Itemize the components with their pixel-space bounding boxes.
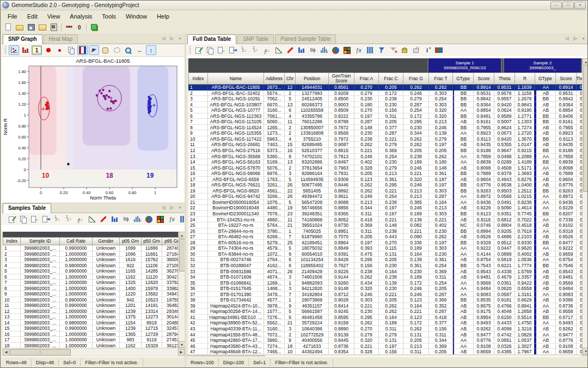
table-row[interactable]: 45Hapmap42860-BTA-17...3960...9404005560… bbox=[188, 337, 582, 343]
table-row[interactable]: 37BTB-017013803478...7341928040.87120.24… bbox=[188, 292, 582, 298]
filter-icon[interactable] bbox=[376, 45, 387, 55]
table-row[interactable]: 63999802003_...1.0000000Unknown116211120… bbox=[3, 274, 178, 280]
table-row[interactable]: 26BTA-29644-no-rs3780...174050250.89510.… bbox=[188, 228, 582, 234]
column-header[interactable]: Index bbox=[188, 73, 208, 85]
tab-scroll-right-icon[interactable]: ▷ bbox=[169, 35, 175, 41]
panel-close-icon[interactable]: × bbox=[177, 35, 183, 41]
table-row[interactable]: 38BTB-017346424577...1290739690.90280.30… bbox=[188, 297, 582, 303]
histogram-mode-icon[interactable] bbox=[20, 45, 30, 55]
table-row[interactable]: 8ARS-BFGL-NGS-1145241265...21308500070.7… bbox=[188, 125, 582, 131]
table-row[interactable]: 83999802003_...1.0000000Unknown140015978… bbox=[3, 286, 178, 292]
table-row[interactable]: 42Hapmap38900-BTA-52...5562...2135729224… bbox=[188, 320, 582, 326]
report-icon[interactable] bbox=[48, 22, 59, 32]
table-row[interactable]: 46Hapmap43580-BTA-43...7274...1842716330… bbox=[188, 343, 582, 349]
edit-icon[interactable] bbox=[193, 45, 204, 55]
column-header[interactable]: GType bbox=[453, 73, 474, 85]
copy-icon[interactable] bbox=[18, 214, 28, 224]
sample-number-icon[interactable] bbox=[32, 45, 42, 55]
fit-height-icon[interactable] bbox=[146, 45, 156, 55]
tab-scroll-right-icon[interactable]: ▷ bbox=[572, 35, 578, 41]
table-row[interactable]: 39Hapmap24524-BTA-10...3978...9463511570… bbox=[188, 303, 582, 309]
panel-close-icon[interactable]: × bbox=[177, 204, 183, 210]
table-row[interactable]: 53999802003_...0.9900000Unknown116514285… bbox=[3, 268, 178, 274]
bar-chart-icon[interactable] bbox=[109, 214, 120, 224]
column-header[interactable]: p95 Grn bbox=[162, 237, 178, 245]
column-header[interactable]: Address bbox=[264, 73, 285, 85]
pointer-icon[interactable] bbox=[89, 45, 99, 55]
table-row[interactable]: 15ARS-BFGL-NGS-578705076...2378136540.79… bbox=[188, 165, 582, 171]
fx-icon[interactable] bbox=[353, 45, 364, 55]
table-row[interactable]: 32BTB-002880474162...61189554020.76270.1… bbox=[188, 263, 582, 269]
heatmap-icon[interactable] bbox=[342, 45, 352, 55]
pie-icon[interactable] bbox=[144, 214, 154, 224]
table-row[interactable]: 3ARS-BFGL-NGS-102917062...5245124050.850… bbox=[188, 96, 582, 102]
table-row[interactable]: 18ARS-BFGL-NGS-766213261...26508774950.8… bbox=[188, 182, 582, 188]
table-row[interactable]: 43999802003_...0.9800000Unknown922111062… bbox=[3, 263, 178, 269]
bar-chart-icon[interactable] bbox=[296, 45, 307, 55]
data-vscrollbar[interactable]: ▲ ▼ bbox=[582, 58, 588, 354]
table-row[interactable]: 28BTA-60516-no-rs5279...25421894510.8964… bbox=[188, 240, 582, 246]
filter-clear-icon[interactable] bbox=[388, 45, 398, 55]
column-header[interactable]: GType bbox=[535, 73, 556, 85]
column-header[interactable]: Score bbox=[474, 73, 494, 85]
table-row[interactable]: 29BTA-74304-no-rs4579...5180750320.88490… bbox=[188, 245, 582, 251]
column-header[interactable]: GenTrain Score bbox=[329, 73, 354, 85]
pie-icon[interactable] bbox=[330, 45, 341, 55]
sort-az-icon[interactable] bbox=[75, 214, 85, 224]
column-header[interactable]: Call Rate bbox=[60, 237, 93, 245]
tab-full-data-table[interactable]: Full Data Table bbox=[187, 34, 236, 44]
color-theme-icon[interactable] bbox=[77, 45, 88, 55]
column-header[interactable]: Sample ID bbox=[21, 237, 60, 245]
fx-icon[interactable] bbox=[167, 214, 177, 224]
table-row[interactable]: 36BTB-015176451468...3942128200.91480.32… bbox=[188, 286, 582, 292]
table-row[interactable]: 113999802003_...0.9900000Unknown12011419… bbox=[3, 303, 178, 309]
histogram-icon[interactable] bbox=[132, 214, 143, 224]
table-row[interactable]: 33BTB-009315864071...26214094290.92260.2… bbox=[188, 269, 582, 275]
minimize-button[interactable]: – bbox=[550, 2, 562, 9]
fit-width-icon[interactable] bbox=[134, 45, 145, 55]
table-row[interactable]: 41Hapmap34991-BES10_...7276...6464814580… bbox=[188, 315, 582, 321]
dot-small-icon[interactable] bbox=[54, 45, 65, 55]
table-row[interactable]: 22BovineHD19000160484480...19567466560.8… bbox=[188, 205, 582, 211]
table-row[interactable]: 4ARS-BFGL-NGS-1038076670...13602663730.9… bbox=[188, 102, 582, 108]
export-in-icon[interactable] bbox=[228, 45, 238, 55]
menu-view[interactable]: View bbox=[42, 11, 65, 21]
table-row[interactable]: 11ARS-BFGL-NGS-266817463...15826894850.9… bbox=[188, 142, 582, 148]
close-button[interactable]: × bbox=[574, 2, 586, 9]
table-row[interactable]: 47Hapmap48648-BTA-12...7465...1044362494… bbox=[188, 349, 582, 354]
tab-paired-sample-table[interactable]: Paired Sample Table bbox=[275, 34, 336, 44]
open-folder-icon[interactable] bbox=[14, 22, 24, 32]
new-project-folder-icon[interactable] bbox=[37, 22, 47, 32]
sort-desc-icon[interactable] bbox=[250, 45, 261, 55]
tab-snp-graph[interactable]: SNP Graph bbox=[3, 34, 42, 44]
marker-icon[interactable] bbox=[285, 45, 295, 55]
column-header[interactable]: R bbox=[515, 73, 535, 85]
column-header[interactable]: Name bbox=[208, 73, 264, 85]
table-row[interactable]: 35BTB-010868411269...1948820930.92600.43… bbox=[188, 280, 582, 286]
heatmap-icon[interactable] bbox=[155, 214, 166, 224]
marker-icon[interactable] bbox=[98, 214, 108, 224]
scroll-down-icon[interactable]: ▼ bbox=[583, 348, 588, 354]
copy-icon[interactable] bbox=[205, 45, 215, 55]
box-plot-icon[interactable] bbox=[121, 214, 131, 224]
histogram-icon[interactable] bbox=[319, 45, 329, 55]
scroll-left-icon[interactable]: ◀ bbox=[3, 349, 9, 355]
table-row[interactable]: 153999802003_...0.9900000Unknown12391271… bbox=[3, 325, 178, 331]
menu-tools[interactable]: Tools bbox=[97, 11, 121, 21]
column-header[interactable]: Chr bbox=[285, 73, 296, 85]
table-row[interactable]: 12ARS-BFGL-NGS-275165373...16525103770.8… bbox=[188, 148, 582, 154]
edit-icon[interactable] bbox=[7, 214, 17, 224]
table-row[interactable]: 9ARS-BFGL-NGS-1153551273...21338168080.8… bbox=[188, 130, 582, 136]
table-row[interactable]: 93999802003_...1.0000000Unknown122013582… bbox=[3, 291, 178, 297]
sort-asc-icon[interactable] bbox=[239, 45, 249, 55]
table-row[interactable]: 13ARS-BFGL-NGS-355695360...9747021010.78… bbox=[188, 154, 582, 160]
table-row[interactable]: 43Hapmap40339-BTA-11...3160...3106403860… bbox=[188, 326, 582, 332]
columns-icon[interactable] bbox=[365, 45, 375, 55]
column-header[interactable]: Frac C bbox=[379, 73, 403, 85]
table-row[interactable]: 40Hapmap30258-BTA-14...1577...5566615870… bbox=[188, 309, 582, 315]
dot-large-icon[interactable] bbox=[43, 45, 53, 55]
new-file-icon[interactable] bbox=[3, 22, 13, 32]
table-row[interactable]: 173999802003_...1.0000000Unknown98391192… bbox=[3, 337, 178, 343]
table-row[interactable]: 6ARS-BFGL-NGS-1123637061...4433557860.82… bbox=[188, 113, 582, 119]
table-row[interactable]: 14ARS-BFGL-NGS-561635169...13832028860.8… bbox=[188, 159, 582, 165]
